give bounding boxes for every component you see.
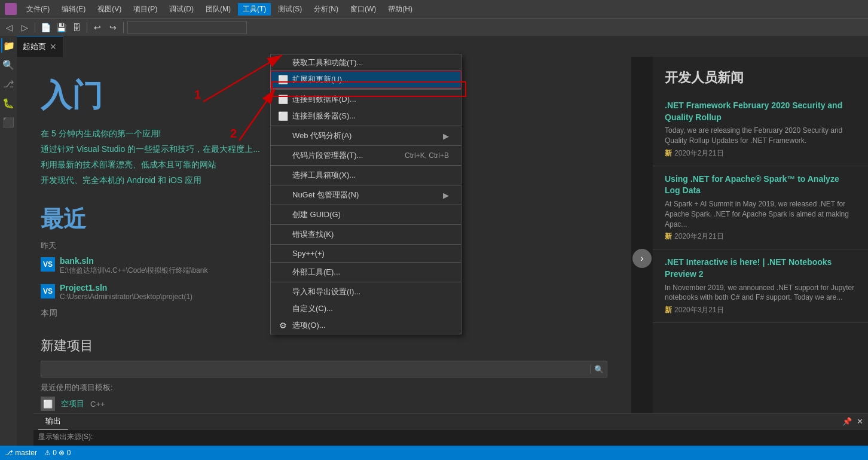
new-project-title: 新建项目 — [41, 337, 607, 355]
status-bar: ⎇ master ⚠ 0 ⊗ 0 — [0, 446, 868, 460]
news-title-3[interactable]: .NET Interactive is here! | .NET Noteboo… — [665, 257, 856, 280]
toolbar-forward[interactable]: ▷ — [18, 21, 31, 34]
menu-connect-db[interactable]: ⬜ 连接到数据库(D)... — [271, 91, 461, 108]
news-badge-1: 新 — [665, 148, 672, 159]
menu-team[interactable]: 团队(M) — [201, 3, 236, 16]
status-errors[interactable]: ⚠ 0 ⊗ 0 — [44, 449, 71, 457]
menu-extensions[interactable]: ⬜ 扩展和更新(U)... — [271, 71, 461, 88]
news-badge-3: 新 — [665, 305, 672, 315]
menu-error-lookup[interactable]: 错误查找(K) — [271, 226, 461, 243]
extensions-icon: ⬜ — [277, 75, 289, 84]
recent-name-2[interactable]: Project1.sln — [60, 283, 192, 293]
news-item-3: .NET Interactive is here! | .NET Noteboo… — [653, 249, 868, 323]
output-tab[interactable]: 输出 — [38, 414, 68, 429]
menu-snippet-manager[interactable]: 代码片段管理器(T)... Ctrl+K, Ctrl+B — [271, 147, 461, 164]
menu-spy[interactable]: Spy++(+) — [271, 246, 461, 261]
menu-options[interactable]: ⚙ 选项(O)... — [271, 317, 461, 334]
menu-tools[interactable]: 工具(T) — [238, 3, 271, 16]
toolbar-sep2 — [87, 22, 87, 33]
tab-label: 起始页 — [23, 41, 46, 52]
menu-sep-3 — [271, 145, 461, 146]
status-git[interactable]: ⎇ master — [5, 449, 37, 457]
news-badge-2: 新 — [665, 231, 672, 242]
menu-customize[interactable]: 自定义(C)... — [271, 300, 461, 317]
menu-connect-server[interactable]: ⬜ 连接到服务器(S)... — [271, 108, 461, 124]
toolbar-new[interactable]: 📄 — [39, 21, 52, 34]
activity-git[interactable]: ⎇ — [1, 77, 16, 91]
menu-sep-7 — [271, 224, 461, 225]
project-search-input[interactable] — [41, 365, 590, 374]
news-date-2: 新 2020年2月21日 — [665, 231, 856, 242]
template-name-1[interactable]: 空项目 — [61, 398, 84, 409]
news-title-1[interactable]: .NET Framework February 2020 Security an… — [665, 100, 856, 123]
expand-arrow-btn[interactable]: › — [632, 249, 652, 268]
menu-import-export[interactable]: 导入和导出设置(I)... — [271, 284, 461, 300]
project-search-icon[interactable]: 🔍 — [590, 365, 607, 374]
menu-window[interactable]: 窗口(W) — [346, 3, 381, 16]
menu-get-tools-label: 获取工具和功能(T)... — [292, 57, 449, 68]
menu-edit[interactable]: 编辑(E) — [57, 3, 90, 16]
activity-search[interactable]: 🔍 — [1, 57, 16, 72]
menu-snippet-shortcut: Ctrl+K, Ctrl+B — [405, 151, 449, 160]
menu-connect-server-label: 连接到服务器(S)... — [292, 111, 449, 121]
connect-server-icon: ⬜ — [277, 111, 289, 121]
project-recent-label: 最近使用的项目模板: — [41, 382, 607, 393]
activity-extensions[interactable]: ⬛ — [1, 115, 16, 129]
recent-path-2: C:\Users\Administrator\Desktop\project(1… — [60, 293, 192, 301]
menu-test[interactable]: 测试(S) — [273, 3, 307, 16]
menu-file[interactable]: 文件(F) — [22, 3, 54, 16]
activity-explorer[interactable]: 📁 — [1, 38, 16, 53]
news-item-1: .NET Framework February 2020 Security an… — [653, 93, 868, 166]
template-icon-1: ⬜ — [41, 397, 55, 411]
tools-dropdown-menu: 获取工具和功能(T)... ⬜ 扩展和更新(U)... ⬜ 连接到数据库(D).… — [270, 54, 461, 334]
options-icon: ⚙ — [277, 321, 289, 330]
menu-sep-4 — [271, 165, 461, 166]
tab-close-btn[interactable]: ✕ — [50, 42, 57, 51]
menu-bar: 文件(F) 编辑(E) 视图(V) 项目(P) 调试(D) 团队(M) 工具(T… — [22, 3, 417, 16]
toolbar-back[interactable]: ◁ — [2, 21, 16, 34]
news-desc-1: Today, we are releasing the February 202… — [665, 126, 856, 146]
title-bar: 文件(F) 编辑(E) 视图(V) 项目(P) 调试(D) 团队(M) 工具(T… — [0, 0, 868, 18]
menu-connect-db-label: 连接到数据库(D)... — [292, 94, 449, 105]
toolbar-sep3 — [123, 22, 124, 33]
menu-web-analysis-label: Web 代码分析(A) — [292, 130, 438, 141]
output-close-icon[interactable]: ✕ — [857, 417, 863, 426]
output-pin-icon[interactable]: 📌 — [842, 417, 852, 426]
toolbar-save-all[interactable]: 🗄 — [70, 21, 83, 34]
toolbar-sep1 — [35, 22, 35, 33]
menu-choose-toolbox-label: 选择工具箱项(X)... — [292, 170, 449, 181]
news-title-2[interactable]: Using .NET for Apache® Spark™ to Analyze… — [665, 173, 856, 197]
activity-bar: 📁 🔍 ⎇ 🐛 ⬛ — [0, 36, 17, 460]
recent-path-1: E:\信盈达培训\4.C++\Code\模拟银行终端\bank — [60, 266, 207, 276]
menu-nuget[interactable]: NuGet 包管理器(N) ▶ — [271, 187, 461, 203]
menu-analyze[interactable]: 分析(N) — [309, 3, 343, 16]
menu-choose-toolbox[interactable]: 选择工具箱项(X)... — [271, 167, 461, 184]
toolbar-save[interactable]: 💾 — [54, 21, 68, 34]
tab-start-page[interactable]: 起始页 ✕ — [17, 36, 63, 57]
menu-debug[interactable]: 调试(D) — [164, 3, 198, 16]
news-panel: 开发人员新闻 .NET Framework February 2020 Secu… — [653, 57, 868, 460]
menu-create-guid-label: 创建 GUID(G) — [292, 209, 449, 220]
menu-view[interactable]: 视图(V) — [93, 3, 126, 16]
app-logo — [5, 3, 17, 15]
output-content: 显示输出来源(S): — [33, 429, 868, 444]
toolbar-undo[interactable]: ↩ — [91, 21, 104, 34]
menu-help[interactable]: 帮助(H) — [383, 3, 417, 16]
news-date-1: 新 2020年2月21日 — [665, 148, 856, 159]
toolbar-redo[interactable]: ↪ — [106, 21, 120, 34]
new-project-section: 新建项目 🔍 最近使用的项目模板: ⬜ 空项目 C++ 创建新项目... — [41, 337, 607, 425]
menu-get-tools[interactable]: 获取工具和功能(T)... — [271, 54, 461, 71]
menu-spy-label: Spy++(+) — [292, 249, 449, 258]
news-header: 开发人员新闻 — [653, 57, 868, 93]
news-date-text-3: 2020年3月21日 — [674, 305, 724, 315]
recent-name-1[interactable]: bank.sln — [60, 256, 207, 266]
menu-import-export-label: 导入和导出设置(I)... — [292, 287, 449, 297]
search-input[interactable] — [127, 21, 247, 34]
recent-icon-2: VS — [41, 284, 55, 298]
menu-sep-1 — [271, 89, 461, 90]
menu-web-analysis[interactable]: Web 代码分析(A) ▶ — [271, 127, 461, 144]
menu-create-guid[interactable]: 创建 GUID(G) — [271, 206, 461, 223]
menu-external-tools[interactable]: 外部工具(E)... — [271, 264, 461, 281]
menu-project[interactable]: 项目(P) — [129, 3, 162, 16]
activity-debug[interactable]: 🐛 — [1, 96, 16, 110]
